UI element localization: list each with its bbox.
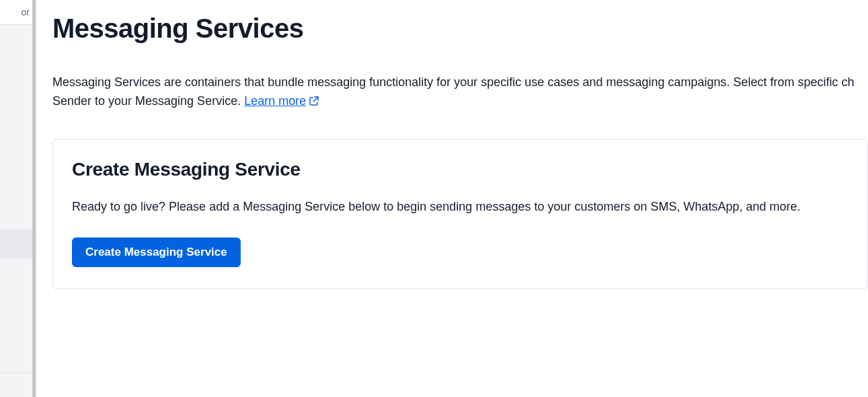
sidebar-resize-handle[interactable] — [32, 0, 36, 397]
sidebar-active-item[interactable] — [0, 229, 32, 258]
create-service-card: Create Messaging Service Ready to go liv… — [52, 139, 868, 289]
main-content: Messaging Services Messaging Services ar… — [52, 13, 868, 289]
sidebar-nav-item-partial[interactable]: or — [0, 0, 32, 25]
description-text-line2: Sender to your Messaging Service. — [52, 94, 244, 108]
external-link-icon — [309, 94, 319, 112]
page-title: Messaging Services — [52, 13, 868, 44]
page-description: Messaging Services are containers that b… — [52, 73, 868, 112]
create-messaging-service-button[interactable]: Create Messaging Service — [72, 238, 241, 267]
sidebar-nav-item-label-partial: or — [22, 7, 30, 17]
card-description: Ready to go live? Please add a Messaging… — [72, 198, 849, 216]
sidebar-divider — [0, 373, 32, 373]
card-title: Create Messaging Service — [72, 159, 849, 180]
sidebar-edge: or — [0, 0, 32, 397]
description-text-line1: Messaging Services are containers that b… — [52, 75, 855, 89]
learn-more-link[interactable]: Learn more — [244, 94, 319, 108]
learn-more-label: Learn more — [244, 94, 306, 108]
